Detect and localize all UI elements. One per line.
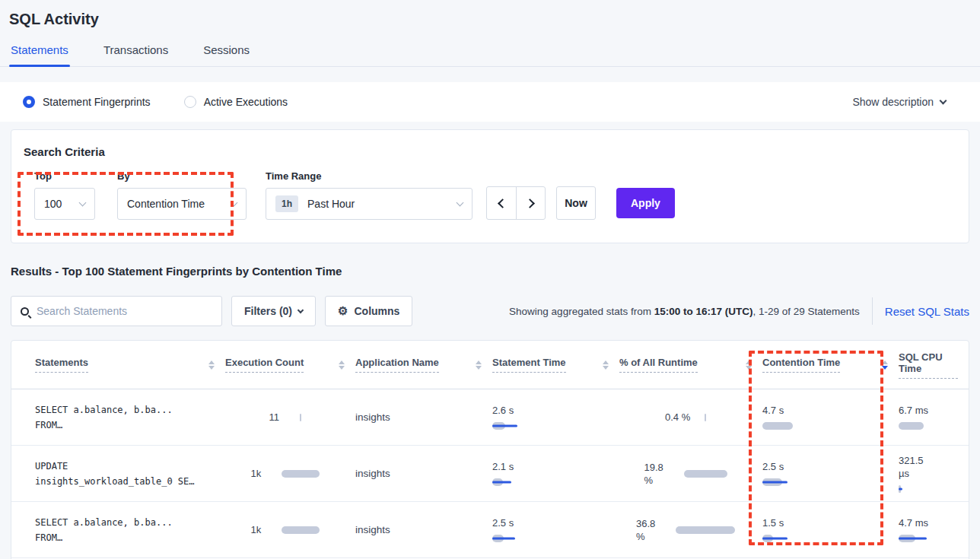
table-row[interactable]: SELECT a.balance, b.ba... FROM… 11 insig…	[11, 389, 969, 446]
stats-prefix: Showing aggregated stats from	[509, 306, 654, 317]
radio-label: Statement Fingerprints	[43, 96, 151, 108]
stats-summary: Showing aggregated stats from 15:00 to 1…	[509, 306, 860, 317]
application-name-cell: insights	[355, 446, 492, 501]
statement-cell[interactable]: SELECT a.balance, b.ba... FROM…	[11, 502, 225, 557]
radio-label: Active Executions	[204, 96, 288, 108]
next-time-button[interactable]	[516, 187, 545, 219]
bar-chart	[492, 534, 609, 543]
by-select[interactable]: Contention Time	[117, 188, 247, 220]
statement-cell[interactable]: SELECT a.balance, b.ba... FROM…	[11, 389, 225, 445]
top-label: Top	[34, 170, 95, 182]
radio-selected-icon	[23, 96, 35, 108]
filters-label: Filters (0)	[244, 305, 292, 317]
sort-icon[interactable]	[603, 360, 609, 370]
table-header-row: Statements Execution Count Application N…	[11, 341, 969, 389]
bar-chart	[282, 526, 320, 535]
sort-icon[interactable]	[746, 360, 752, 370]
chevron-down-icon	[231, 199, 238, 207]
bar-chart	[492, 421, 609, 430]
sql-cpu-time-cell: 4.7 ms	[899, 502, 969, 557]
statement-time-cell: 2.1 s	[492, 446, 619, 501]
angle-right-icon	[525, 199, 535, 208]
results-toolbar: Filters (0) ⚙ Columns Showing aggregated…	[11, 296, 969, 326]
tab-statements[interactable]: Statements	[9, 39, 70, 66]
time-range-value: Past Hour	[307, 198, 355, 210]
results-heading: Results - Top 100 Statement Fingerprints…	[11, 265, 980, 278]
sql-cpu-time-cell: 321.5 µs	[899, 446, 969, 501]
statement-time-cell: 2.6 s	[492, 389, 619, 445]
columns-label: Columns	[354, 305, 399, 317]
time-nav-group	[486, 186, 546, 220]
show-description-label: Show description	[852, 96, 934, 108]
now-button[interactable]: Now	[556, 186, 596, 220]
contention-time-cell: 1.5 s	[762, 502, 899, 557]
columns-button[interactable]: ⚙ Columns	[325, 296, 412, 326]
table-row[interactable]: UPDATE insights_workload_table_0 SE… 1k …	[11, 446, 969, 502]
sort-icon[interactable]	[476, 360, 482, 370]
page-title: SQL Activity	[9, 11, 971, 28]
angle-left-icon	[498, 199, 508, 208]
bar-chart	[676, 526, 735, 535]
bar-chart	[899, 484, 958, 494]
gear-icon: ⚙	[338, 304, 348, 318]
time-range-field: Time Range 1h Past Hour	[266, 170, 473, 220]
header-statement-time[interactable]: Statement Time	[492, 357, 619, 373]
bar-chart	[492, 478, 609, 487]
prev-time-button[interactable]	[487, 187, 516, 219]
radio-unselected-icon	[184, 96, 196, 108]
header-execution-count[interactable]: Execution Count	[225, 357, 355, 373]
search-icon	[21, 307, 29, 316]
vertical-divider	[872, 297, 873, 325]
top-field: Top 100	[34, 170, 95, 220]
pct-runtime-cell: 0.4 %	[619, 389, 762, 445]
view-toggle-band: Statement Fingerprints Active Executions…	[0, 82, 980, 122]
filters-button[interactable]: Filters (0)	[231, 296, 316, 326]
time-range-select[interactable]: 1h Past Hour	[266, 188, 473, 220]
reset-sql-stats-link[interactable]: Reset SQL Stats	[885, 305, 969, 318]
top-select[interactable]: 100	[34, 188, 95, 220]
bar-chart	[899, 421, 958, 430]
sql-cpu-time-cell: 6.7 ms	[899, 389, 969, 445]
sort-icon-active[interactable]	[882, 360, 888, 370]
show-description-toggle[interactable]: Show description	[852, 96, 946, 108]
statement-time-cell: 2.5 s	[492, 502, 619, 557]
execution-count-cell: 11	[225, 389, 355, 445]
header-application-name[interactable]: Application Name	[355, 357, 492, 373]
time-range-label: Time Range	[266, 170, 473, 182]
top-select-value: 100	[44, 198, 62, 210]
header-pct-runtime[interactable]: % of All Runtime	[619, 357, 762, 373]
radio-statement-fingerprints[interactable]: Statement Fingerprints	[23, 96, 151, 108]
table-row[interactable]: SELECT a.balance, b.ba... FROM… 1k insig…	[11, 502, 969, 558]
bar-chart	[300, 413, 301, 422]
chevron-down-icon	[457, 199, 464, 207]
statements-table: Statements Execution Count Application N…	[11, 340, 969, 559]
header-sql-cpu-time[interactable]: SQL CPU Time	[899, 351, 969, 379]
application-name-cell: insights	[355, 389, 492, 445]
bar-chart	[282, 469, 320, 478]
by-select-value: Contention Time	[127, 198, 205, 210]
header-statements[interactable]: Statements	[11, 357, 225, 373]
stats-suffix: , 1-29 of 29 Statements	[752, 306, 859, 317]
application-name-cell: insights	[355, 502, 492, 557]
header-contention-time[interactable]: Contention Time	[762, 357, 899, 373]
statement-cell[interactable]: UPDATE insights_workload_table_0 SE…	[11, 446, 225, 501]
bar-chart	[762, 478, 888, 487]
by-field: By Contention Time	[117, 170, 247, 220]
search-statements-box	[11, 296, 222, 326]
tab-sessions[interactable]: Sessions	[202, 39, 251, 66]
search-input[interactable]	[37, 305, 212, 317]
apply-button[interactable]: Apply	[616, 188, 675, 218]
execution-count-cell: 1k	[225, 446, 355, 501]
stats-range: 15:00 to 16:17 (UTC)	[654, 306, 753, 317]
sql-activity-page: SQL Activity Statements Transactions Ses…	[0, 0, 980, 559]
contention-time-cell: 2.5 s	[762, 446, 899, 501]
sort-icon[interactable]	[208, 360, 215, 370]
bar-chart	[684, 469, 727, 478]
radio-active-executions[interactable]: Active Executions	[184, 96, 288, 108]
search-criteria-card: Search Criteria Top 100 By Contention Ti…	[11, 129, 969, 243]
pct-runtime-cell: 36.8 %	[619, 502, 762, 557]
sort-icon[interactable]	[339, 360, 345, 370]
page-header: SQL Activity	[0, 0, 980, 28]
bar-chart	[762, 421, 888, 430]
tab-transactions[interactable]: Transactions	[102, 39, 170, 66]
